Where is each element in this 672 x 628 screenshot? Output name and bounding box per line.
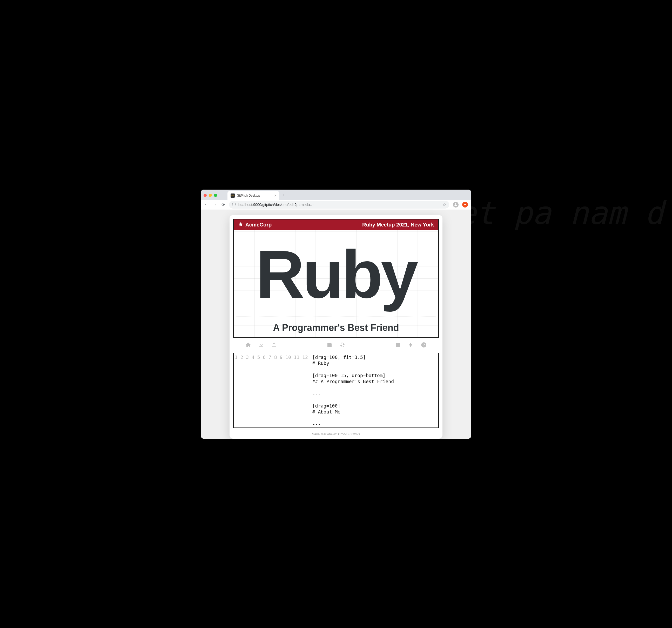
maximize-window-icon[interactable] bbox=[214, 194, 217, 197]
slide-title-area: Ruby bbox=[234, 232, 438, 317]
help-icon[interactable]: ? bbox=[421, 342, 427, 349]
app-card: AcmeCorp Ruby Meetup 2021, New York Ruby… bbox=[230, 215, 442, 439]
tab-title: GitPitch Desktop bbox=[237, 194, 260, 197]
minimize-window-icon[interactable] bbox=[209, 194, 212, 197]
browser-tab[interactable]: GP GitPitch Desktop × bbox=[227, 191, 280, 200]
profile-icon[interactable] bbox=[453, 202, 459, 208]
close-window-icon[interactable] bbox=[203, 194, 207, 197]
download-icon[interactable] bbox=[258, 342, 264, 349]
tab-bar: GP GitPitch Desktop × + bbox=[201, 190, 471, 200]
slide-preview-wrap: AcmeCorp Ruby Meetup 2021, New York Ruby… bbox=[230, 215, 442, 338]
bookmark-icon[interactable]: ☆ bbox=[443, 203, 446, 207]
url-input[interactable]: ⓘ localhost:9000/gitpitch/desktop/edit?p… bbox=[229, 201, 449, 209]
subtitle-separator bbox=[236, 317, 436, 317]
url-text: localhost:9000/gitpitch/desktop/edit?p=m… bbox=[238, 203, 314, 207]
slide-event: Ruby Meetup 2021, New York bbox=[362, 222, 434, 228]
address-bar: ← → ⟳ ⓘ localhost:9000/gitpitch/desktop/… bbox=[201, 200, 471, 210]
save-icon[interactable] bbox=[327, 342, 333, 349]
back-button[interactable]: ← bbox=[204, 202, 209, 207]
extension-icon[interactable]: ✦ bbox=[462, 202, 468, 208]
slide-brand: AcmeCorp bbox=[245, 222, 271, 228]
slide-header: AcmeCorp Ruby Meetup 2021, New York bbox=[234, 219, 438, 230]
editor-gutter: 1 2 3 4 5 6 7 8 9 10 11 12 bbox=[234, 353, 310, 427]
bolt-icon[interactable] bbox=[408, 342, 414, 349]
close-tab-icon[interactable]: × bbox=[274, 193, 276, 197]
svg-point-0 bbox=[455, 203, 456, 205]
slide-title: Ruby bbox=[256, 244, 416, 305]
svg-text:?: ? bbox=[423, 343, 425, 347]
editor-code[interactable]: [drag=100, fit=3.5] # Ruby [drag=100 15,… bbox=[310, 353, 438, 427]
browser-window: GP GitPitch Desktop × + ← → ⟳ ⓘ localhos… bbox=[201, 190, 471, 439]
upload-icon[interactable] bbox=[271, 342, 277, 349]
image-icon[interactable] bbox=[395, 342, 401, 349]
home-icon[interactable] bbox=[245, 342, 251, 349]
new-tab-button[interactable]: + bbox=[283, 192, 285, 198]
slide-preview[interactable]: AcmeCorp Ruby Meetup 2021, New York Ruby… bbox=[233, 219, 439, 338]
tab-favicon: GP bbox=[231, 193, 235, 197]
page-body: AcmeCorp Ruby Meetup 2021, New York Ruby… bbox=[201, 210, 471, 439]
refresh-icon[interactable] bbox=[339, 342, 345, 349]
background-ghost-text: et pa nam d( bbox=[457, 188, 672, 238]
window-controls bbox=[203, 194, 217, 197]
code-editor[interactable]: 1 2 3 4 5 6 7 8 9 10 11 12 [drag=100, fi… bbox=[233, 353, 439, 428]
forward-button[interactable]: → bbox=[212, 202, 217, 207]
reload-button[interactable]: ⟳ bbox=[221, 202, 225, 207]
editor-toolbar: ? bbox=[230, 338, 442, 353]
save-hint: Save Markdown: Cmd-S / Ctrl-S bbox=[230, 431, 442, 439]
slide-subtitle: A Programmer's Best Friend bbox=[234, 322, 438, 333]
star-icon bbox=[238, 222, 243, 228]
site-info-icon[interactable]: ⓘ bbox=[232, 202, 236, 207]
